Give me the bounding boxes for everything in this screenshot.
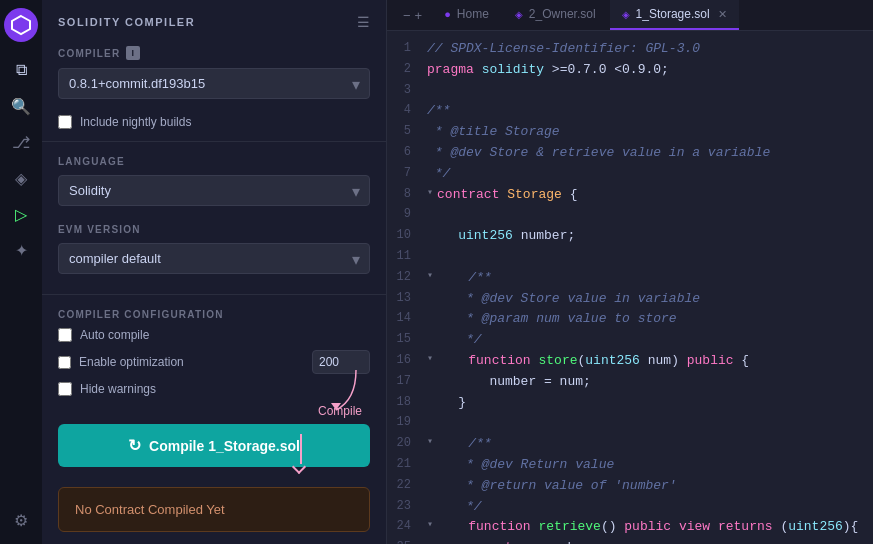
no-contract-box: No Contract Compiled Yet: [58, 487, 370, 532]
git-icon[interactable]: ⎇: [5, 126, 37, 158]
compiler-info-icon[interactable]: i: [126, 46, 140, 60]
svg-marker-1: [15, 19, 27, 31]
panel-collapse-button[interactable]: ☰: [357, 14, 370, 30]
code-line-6: 6 * @dev Store & retrieve value in a var…: [387, 143, 873, 164]
files-icon[interactable]: ⧉: [5, 54, 37, 86]
compiler-version-select-wrapper: 0.8.1+commit.df193b15: [58, 68, 370, 99]
plugin-icon[interactable]: ✦: [5, 234, 37, 266]
compile-icon[interactable]: ◈: [5, 162, 37, 194]
language-select-wrapper: Solidity Yul: [58, 175, 370, 206]
compiler-section-label: COMPILER i: [42, 40, 386, 64]
app-logo: [4, 8, 38, 42]
settings-icon[interactable]: ⚙: [5, 504, 37, 536]
zoom-controls: − +: [395, 2, 430, 29]
enable-optimization-label: Enable optimization: [58, 355, 304, 369]
evm-section-label: EVM VERSION: [42, 218, 386, 239]
evm-select-wrapper: compiler default homestead istanbul berl…: [58, 243, 370, 274]
code-line-18: 18 }: [387, 393, 873, 414]
code-line-25: 25 return number;: [387, 538, 873, 544]
enable-optimization-checkbox[interactable]: [58, 356, 71, 369]
no-contract-label: No Contract Compiled Yet: [75, 502, 225, 517]
code-editor[interactable]: 1 // SPDX-License-Identifier: GPL-3.0 2 …: [387, 31, 873, 544]
home-tab-dot: ●: [444, 8, 451, 20]
tab-1-storage-close-button[interactable]: ✕: [718, 8, 727, 21]
language-section-label: LANGUAGE: [42, 150, 386, 171]
owner-tab-icon: ◈: [515, 9, 523, 20]
code-line-12: 12 ▾ /**: [387, 268, 873, 289]
code-line-15: 15 */: [387, 330, 873, 351]
compile-button[interactable]: ↻ Compile 1_Storage.sol: [58, 424, 370, 467]
code-line-16: 16 ▾ function store(uint256 num) public …: [387, 351, 873, 372]
divider-1: [42, 141, 386, 142]
deploy-icon[interactable]: ▷: [5, 198, 37, 230]
tab-2-owner[interactable]: ◈ 2_Owner.sol: [503, 0, 608, 30]
code-line-22: 22 * @return value of 'number': [387, 476, 873, 497]
code-line-7: 7 */: [387, 164, 873, 185]
code-line-21: 21 * @dev Return value: [387, 455, 873, 476]
language-select[interactable]: Solidity Yul: [58, 175, 370, 206]
zoom-in-button[interactable]: +: [415, 8, 423, 23]
tab-home-label: Home: [457, 7, 489, 21]
tabs-bar: − + ● Home ◈ 2_Owner.sol ◈ 1_Storage.sol…: [387, 0, 873, 31]
optimization-value-input[interactable]: [312, 350, 370, 374]
code-line-13: 13 * @dev Store value in variable: [387, 289, 873, 310]
editor-area: − + ● Home ◈ 2_Owner.sol ◈ 1_Storage.sol…: [387, 0, 873, 544]
code-line-24: 24 ▾ function retrieve() public view ret…: [387, 517, 873, 538]
optimization-row: Enable optimization: [42, 346, 386, 378]
compiler-version-select[interactable]: 0.8.1+commit.df193b15: [58, 68, 370, 99]
include-nightly-builds-label: Include nightly builds: [80, 115, 191, 129]
tab-1-storage[interactable]: ◈ 1_Storage.sol ✕: [610, 0, 739, 30]
code-line-5: 5 * @title Storage: [387, 122, 873, 143]
compile-arrow-label: Compile: [318, 404, 362, 418]
tab-1-storage-label: 1_Storage.sol: [636, 7, 710, 21]
code-line-11: 11: [387, 247, 873, 268]
search-icon[interactable]: 🔍: [5, 90, 37, 122]
compile-button-area: Compile ↻ Compile 1_Storage.sol: [42, 408, 386, 475]
code-line-2: 2 pragma solidity >=0.7.0 <0.9.0;: [387, 60, 873, 81]
include-nightly-builds-checkbox[interactable]: [58, 115, 72, 129]
code-line-20: 20 ▾ /**: [387, 434, 873, 455]
panel-title: SOLIDITY COMPILER: [58, 16, 195, 28]
code-line-9: 9: [387, 205, 873, 226]
code-line-8: 8 ▾ contract Storage {: [387, 185, 873, 206]
left-panel: SOLIDITY COMPILER ☰ COMPILER i 0.8.1+com…: [42, 0, 387, 544]
divider-2: [42, 294, 386, 295]
code-line-19: 19: [387, 413, 873, 434]
code-line-23: 23 */: [387, 497, 873, 518]
config-section-label: COMPILER CONFIGURATION: [42, 303, 386, 324]
auto-compile-label: Auto compile: [80, 328, 149, 342]
hide-warnings-label: Hide warnings: [80, 382, 156, 396]
zoom-out-button[interactable]: −: [403, 8, 411, 23]
include-nightly-builds-row: Include nightly builds: [42, 111, 386, 133]
auto-compile-checkbox[interactable]: [58, 328, 72, 342]
panel-header: SOLIDITY COMPILER ☰: [42, 0, 386, 40]
code-line-4: 4 /**: [387, 101, 873, 122]
auto-compile-row: Auto compile: [42, 324, 386, 346]
code-line-10: 10 uint256 number;: [387, 226, 873, 247]
sidebar: ⧉ 🔍 ⎇ ◈ ▷ ✦ ⚙: [0, 0, 42, 544]
code-line-17: 17 number = num;: [387, 372, 873, 393]
optimization-value-spinner: [312, 350, 370, 374]
code-line-1: 1 // SPDX-License-Identifier: GPL-3.0: [387, 39, 873, 60]
compile-refresh-icon: ↻: [128, 436, 141, 455]
tab-home[interactable]: ● Home: [432, 0, 501, 30]
storage-tab-icon: ◈: [622, 9, 630, 20]
code-line-3: 3: [387, 81, 873, 102]
evm-version-select[interactable]: compiler default homestead istanbul berl…: [58, 243, 370, 274]
compiler-config-section: COMPILER CONFIGURATION Auto compile Enab…: [42, 303, 386, 408]
hide-warnings-checkbox[interactable]: [58, 382, 72, 396]
code-line-14: 14 * @param num value to store: [387, 309, 873, 330]
hide-warnings-row: Hide warnings: [42, 378, 386, 400]
tab-2-owner-label: 2_Owner.sol: [529, 7, 596, 21]
